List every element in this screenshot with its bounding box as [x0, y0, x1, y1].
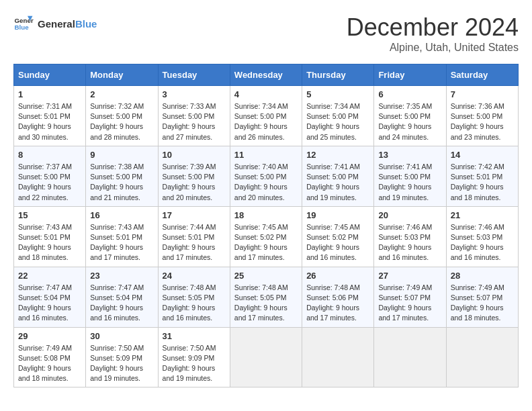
calendar-cell: 8Sunrise: 7:37 AM Sunset: 5:00 PM Daylig… — [14, 146, 86, 206]
calendar-header-thursday: Thursday — [302, 64, 374, 86]
day-info: Sunrise: 7:39 AM Sunset: 5:00 PM Dayligh… — [163, 162, 226, 203]
day-number: 5 — [306, 89, 369, 99]
calendar-header-tuesday: Tuesday — [158, 64, 230, 86]
day-info: Sunrise: 7:43 AM Sunset: 5:01 PM Dayligh… — [18, 222, 81, 263]
day-info: Sunrise: 7:46 AM Sunset: 5:03 PM Dayligh… — [451, 222, 514, 263]
calendar-cell: 14Sunrise: 7:42 AM Sunset: 5:01 PM Dayli… — [446, 146, 518, 206]
day-number: 13 — [378, 150, 441, 160]
logo: General Blue GeneralBlue — [13, 13, 97, 34]
day-info: Sunrise: 7:49 AM Sunset: 5:07 PM Dayligh… — [451, 283, 514, 324]
calendar-cell: 15Sunrise: 7:43 AM Sunset: 5:01 PM Dayli… — [14, 206, 86, 267]
day-number: 30 — [90, 331, 153, 341]
day-info: Sunrise: 7:38 AM Sunset: 5:00 PM Dayligh… — [90, 162, 153, 203]
calendar-header-sunday: Sunday — [14, 64, 86, 86]
calendar-cell — [230, 327, 302, 387]
day-info: Sunrise: 7:41 AM Sunset: 5:00 PM Dayligh… — [306, 162, 369, 203]
calendar-cell: 5Sunrise: 7:34 AM Sunset: 5:00 PM Daylig… — [302, 86, 374, 146]
day-number: 22 — [18, 271, 81, 281]
day-info: Sunrise: 7:46 AM Sunset: 5:03 PM Dayligh… — [378, 222, 441, 263]
calendar-cell: 22Sunrise: 7:47 AM Sunset: 5:04 PM Dayli… — [14, 267, 86, 327]
day-info: Sunrise: 7:44 AM Sunset: 5:01 PM Dayligh… — [163, 222, 226, 263]
day-info: Sunrise: 7:37 AM Sunset: 5:00 PM Dayligh… — [18, 162, 81, 203]
calendar-header-monday: Monday — [86, 64, 158, 86]
calendar-table: SundayMondayTuesdayWednesdayThursdayFrid… — [13, 64, 519, 387]
calendar-cell: 27Sunrise: 7:49 AM Sunset: 5:07 PM Dayli… — [374, 267, 446, 327]
calendar-cell: 19Sunrise: 7:45 AM Sunset: 5:02 PM Dayli… — [302, 206, 374, 267]
calendar-cell: 10Sunrise: 7:39 AM Sunset: 5:00 PM Dayli… — [158, 146, 230, 206]
day-info: Sunrise: 7:36 AM Sunset: 5:00 PM Dayligh… — [451, 101, 514, 142]
day-number: 7 — [451, 89, 514, 99]
day-info: Sunrise: 7:48 AM Sunset: 5:05 PM Dayligh… — [163, 283, 226, 324]
calendar-cell — [302, 327, 374, 387]
calendar-cell: 3Sunrise: 7:33 AM Sunset: 5:00 PM Daylig… — [158, 86, 230, 146]
page-header: General Blue GeneralBlue December 2024 A… — [13, 13, 519, 54]
calendar-cell: 23Sunrise: 7:47 AM Sunset: 5:04 PM Dayli… — [86, 267, 158, 327]
calendar-cell: 29Sunrise: 7:49 AM Sunset: 5:08 PM Dayli… — [14, 327, 86, 387]
day-number: 31 — [163, 331, 226, 341]
day-number: 6 — [378, 89, 441, 99]
day-number: 24 — [163, 271, 226, 281]
day-number: 19 — [306, 210, 369, 220]
day-number: 25 — [234, 271, 298, 281]
day-info: Sunrise: 7:35 AM Sunset: 5:00 PM Dayligh… — [378, 101, 441, 142]
day-number: 23 — [90, 271, 153, 281]
calendar-cell: 12Sunrise: 7:41 AM Sunset: 5:00 PM Dayli… — [302, 146, 374, 206]
calendar-cell: 21Sunrise: 7:46 AM Sunset: 5:03 PM Dayli… — [446, 206, 518, 267]
day-number: 8 — [18, 150, 81, 160]
day-number: 11 — [234, 150, 298, 160]
day-info: Sunrise: 7:41 AM Sunset: 5:00 PM Dayligh… — [378, 162, 441, 203]
day-number: 3 — [163, 89, 226, 99]
calendar-cell: 18Sunrise: 7:45 AM Sunset: 5:02 PM Dayli… — [230, 206, 302, 267]
day-info: Sunrise: 7:50 AM Sunset: 9:09 PM Dayligh… — [163, 343, 226, 384]
day-info: Sunrise: 7:33 AM Sunset: 5:00 PM Dayligh… — [163, 101, 226, 142]
calendar-cell: 24Sunrise: 7:48 AM Sunset: 5:05 PM Dayli… — [158, 267, 230, 327]
calendar-cell: 31Sunrise: 7:50 AM Sunset: 9:09 PM Dayli… — [158, 327, 230, 387]
day-number: 16 — [90, 210, 153, 220]
day-info: Sunrise: 7:43 AM Sunset: 5:01 PM Dayligh… — [90, 222, 153, 263]
logo-text: GeneralBlue — [38, 18, 97, 30]
calendar-cell: 6Sunrise: 7:35 AM Sunset: 5:00 PM Daylig… — [374, 86, 446, 146]
calendar-header-friday: Friday — [374, 64, 446, 86]
day-info: Sunrise: 7:47 AM Sunset: 5:04 PM Dayligh… — [18, 283, 81, 324]
day-info: Sunrise: 7:40 AM Sunset: 5:00 PM Dayligh… — [234, 162, 298, 203]
day-number: 21 — [451, 210, 514, 220]
day-number: 29 — [18, 331, 81, 341]
day-number: 28 — [451, 271, 514, 281]
calendar-cell: 30Sunrise: 7:50 AM Sunset: 5:09 PM Dayli… — [86, 327, 158, 387]
calendar-cell: 4Sunrise: 7:34 AM Sunset: 5:00 PM Daylig… — [230, 86, 302, 146]
calendar-cell: 7Sunrise: 7:36 AM Sunset: 5:00 PM Daylig… — [446, 86, 518, 146]
calendar-cell: 1Sunrise: 7:31 AM Sunset: 5:01 PM Daylig… — [14, 86, 86, 146]
calendar-cell: 17Sunrise: 7:44 AM Sunset: 5:01 PM Dayli… — [158, 206, 230, 267]
day-number: 12 — [306, 150, 369, 160]
calendar-cell: 9Sunrise: 7:38 AM Sunset: 5:00 PM Daylig… — [86, 146, 158, 206]
day-number: 18 — [234, 210, 298, 220]
day-info: Sunrise: 7:49 AM Sunset: 5:08 PM Dayligh… — [18, 343, 81, 384]
calendar-cell: 16Sunrise: 7:43 AM Sunset: 5:01 PM Dayli… — [86, 206, 158, 267]
day-info: Sunrise: 7:45 AM Sunset: 5:02 PM Dayligh… — [234, 222, 298, 263]
day-number: 17 — [163, 210, 226, 220]
day-info: Sunrise: 7:48 AM Sunset: 5:06 PM Dayligh… — [306, 283, 369, 324]
day-number: 4 — [234, 89, 298, 99]
day-number: 26 — [306, 271, 369, 281]
day-number: 10 — [163, 150, 226, 160]
title-block: December 2024 Alpine, Utah, United State… — [347, 13, 519, 54]
day-info: Sunrise: 7:32 AM Sunset: 5:00 PM Dayligh… — [90, 101, 153, 142]
calendar-cell: 2Sunrise: 7:32 AM Sunset: 5:00 PM Daylig… — [86, 86, 158, 146]
day-info: Sunrise: 7:49 AM Sunset: 5:07 PM Dayligh… — [378, 283, 441, 324]
day-info: Sunrise: 7:42 AM Sunset: 5:01 PM Dayligh… — [451, 162, 514, 203]
calendar-cell — [446, 327, 518, 387]
day-number: 27 — [378, 271, 441, 281]
day-info: Sunrise: 7:31 AM Sunset: 5:01 PM Dayligh… — [18, 101, 81, 142]
day-info: Sunrise: 7:34 AM Sunset: 5:00 PM Dayligh… — [306, 101, 369, 142]
day-number: 2 — [90, 89, 153, 99]
calendar-header-saturday: Saturday — [446, 64, 518, 86]
month-year-title: December 2024 — [347, 13, 519, 42]
day-number: 14 — [451, 150, 514, 160]
day-number: 1 — [18, 89, 81, 99]
day-info: Sunrise: 7:48 AM Sunset: 5:05 PM Dayligh… — [234, 283, 298, 324]
day-number: 15 — [18, 210, 81, 220]
calendar-cell: 28Sunrise: 7:49 AM Sunset: 5:07 PM Dayli… — [446, 267, 518, 327]
logo-icon: General Blue — [13, 13, 34, 34]
day-info: Sunrise: 7:34 AM Sunset: 5:00 PM Dayligh… — [234, 101, 298, 142]
svg-text:Blue: Blue — [15, 24, 30, 31]
